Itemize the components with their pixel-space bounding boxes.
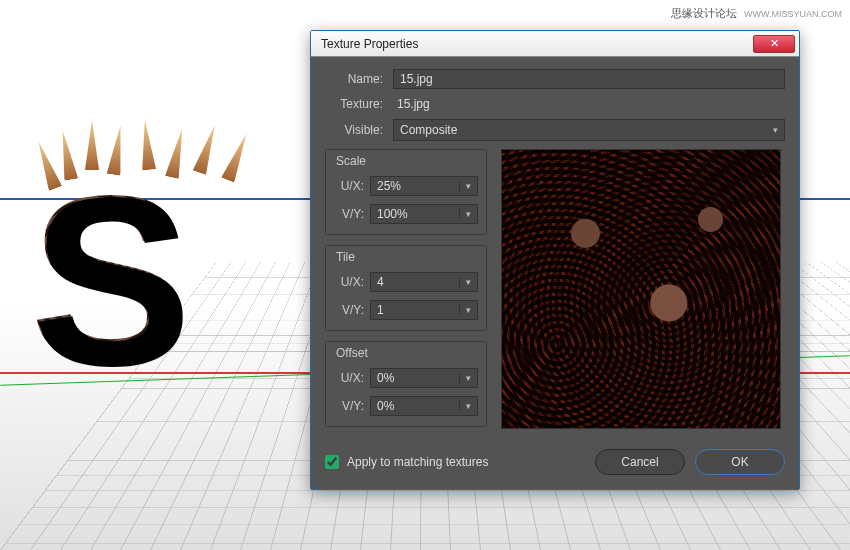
watermark-sub: WWW.MISSYUAN.COM xyxy=(744,9,842,19)
tile-vy-label: V/Y: xyxy=(334,303,370,317)
offset-vy-input[interactable]: 0%▾ xyxy=(370,396,478,416)
apply-matching-label: Apply to matching textures xyxy=(347,455,488,469)
name-label: Name: xyxy=(325,72,393,86)
texture-value: 15.jpg xyxy=(393,97,430,111)
chevron-down-icon: ▾ xyxy=(459,401,477,411)
scale-vy-input[interactable]: 100%▾ xyxy=(370,204,478,224)
texture-label: Texture: xyxy=(325,97,393,111)
visible-value: Composite xyxy=(400,123,457,137)
visible-label: Visible: xyxy=(325,123,393,137)
tile-group: Tile U/X: 4▾ V/Y: 1▾ xyxy=(325,245,487,331)
chevron-down-icon: ▾ xyxy=(459,373,477,383)
chevron-down-icon: ▾ xyxy=(773,125,778,135)
chevron-down-icon: ▾ xyxy=(459,277,477,287)
dialog-titlebar[interactable]: Texture Properties ✕ xyxy=(311,31,799,57)
scale-ux-input[interactable]: 25%▾ xyxy=(370,176,478,196)
apply-matching-checkbox[interactable] xyxy=(325,455,339,469)
ok-button[interactable]: OK xyxy=(695,449,785,475)
tile-legend: Tile xyxy=(336,250,355,264)
scale-legend: Scale xyxy=(336,154,366,168)
scale-group: Scale U/X: 25%▾ V/Y: 100%▾ xyxy=(325,149,487,235)
texture-properties-dialog: Texture Properties ✕ Name: Texture: 15.j… xyxy=(310,30,800,490)
chevron-down-icon: ▾ xyxy=(459,181,477,191)
tile-ux-input[interactable]: 4▾ xyxy=(370,272,478,292)
chevron-down-icon: ▾ xyxy=(459,209,477,219)
offset-ux-input[interactable]: 0%▾ xyxy=(370,368,478,388)
dialog-title: Texture Properties xyxy=(321,37,418,51)
visible-select[interactable]: Composite ▾ xyxy=(393,119,785,141)
name-input[interactable] xyxy=(393,69,785,89)
chevron-down-icon: ▾ xyxy=(459,305,477,315)
offset-group: Offset U/X: 0%▾ V/Y: 0%▾ xyxy=(325,341,487,427)
scale-ux-label: U/X: xyxy=(334,179,370,193)
tile-ux-label: U/X: xyxy=(334,275,370,289)
texture-preview xyxy=(501,149,781,429)
offset-legend: Offset xyxy=(336,346,368,360)
3d-spikes xyxy=(30,120,270,200)
watermark: 思缘设计论坛 WWW.MISSYUAN.COM xyxy=(671,6,842,21)
offset-vy-label: V/Y: xyxy=(334,399,370,413)
watermark-main: 思缘设计论坛 xyxy=(671,7,737,19)
tile-vy-input[interactable]: 1▾ xyxy=(370,300,478,320)
close-button[interactable]: ✕ xyxy=(753,35,795,53)
scale-vy-label: V/Y: xyxy=(334,207,370,221)
cancel-button[interactable]: Cancel xyxy=(595,449,685,475)
offset-ux-label: U/X: xyxy=(334,371,370,385)
close-icon: ✕ xyxy=(770,37,779,50)
